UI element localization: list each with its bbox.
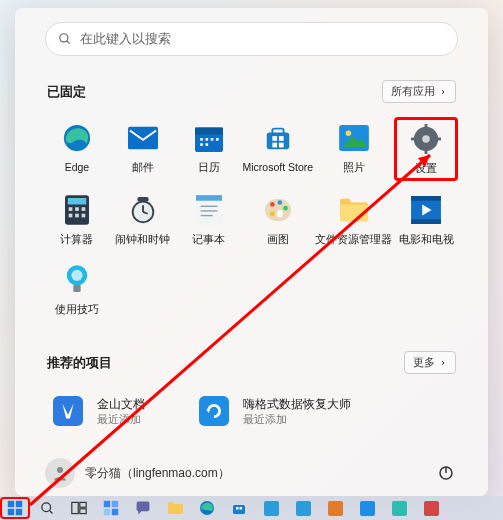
svg-point-0 — [60, 34, 68, 42]
tb-app1[interactable] — [256, 497, 286, 519]
movies-icon — [411, 196, 441, 224]
tile-notepad[interactable]: 记事本 — [177, 189, 241, 251]
svg-rect-28 — [68, 198, 86, 204]
svg-rect-34 — [82, 214, 86, 218]
svg-line-1 — [67, 41, 70, 44]
all-apps-button[interactable]: 所有应用 — [382, 80, 456, 103]
svg-point-62 — [57, 467, 63, 473]
svg-point-50 — [277, 210, 283, 218]
taskview-icon — [71, 501, 87, 515]
tile-store[interactable]: Microsoft Store — [243, 117, 314, 181]
store-icon — [231, 500, 247, 516]
tile-tips[interactable]: 使用技巧 — [45, 259, 109, 321]
widgets-icon — [103, 500, 119, 516]
search-icon — [40, 501, 55, 516]
svg-point-22 — [422, 135, 430, 143]
svg-rect-24 — [425, 148, 428, 154]
tb-chat[interactable] — [128, 497, 158, 519]
svg-rect-6 — [200, 138, 203, 141]
more-button[interactable]: 更多 — [404, 351, 456, 374]
rec-item-recovery[interactable]: 嗨格式数据恢复大师 最近添加 — [191, 388, 357, 434]
rec-sub: 最近添加 — [97, 413, 145, 427]
tile-explorer[interactable]: 文件资源管理器 — [315, 189, 392, 251]
tb-app2[interactable] — [288, 497, 318, 519]
tb-app6[interactable] — [416, 497, 446, 519]
rec-title: 金山文档 — [97, 396, 145, 413]
svg-rect-32 — [69, 214, 73, 218]
pinned-title: 已固定 — [47, 83, 86, 101]
tb-store[interactable] — [224, 497, 254, 519]
tb-start[interactable] — [0, 497, 30, 519]
tb-taskview[interactable] — [64, 497, 94, 519]
tile-label: 电影和电视 — [399, 233, 454, 247]
svg-point-47 — [277, 200, 282, 205]
tb-search[interactable] — [32, 497, 62, 519]
tile-label: 日历 — [198, 161, 220, 175]
svg-rect-81 — [233, 505, 245, 514]
tb-widgets[interactable] — [96, 497, 126, 519]
tile-label: 邮件 — [132, 161, 154, 175]
tb-edge[interactable] — [192, 497, 222, 519]
tb-explorer[interactable] — [160, 497, 190, 519]
svg-rect-76 — [104, 501, 110, 507]
store-icon — [263, 123, 293, 153]
svg-point-49 — [270, 211, 275, 216]
tile-movies[interactable]: 电影和电视 — [394, 189, 458, 251]
svg-rect-67 — [8, 501, 14, 507]
power-button[interactable] — [434, 461, 458, 485]
tile-label: 闹钟和时钟 — [115, 233, 170, 247]
search-input[interactable]: 在此键入以搜索 — [45, 22, 458, 56]
svg-rect-16 — [272, 143, 277, 148]
svg-rect-75 — [80, 509, 86, 514]
chat-icon — [135, 500, 151, 516]
svg-rect-58 — [73, 285, 80, 292]
svg-rect-23 — [425, 124, 428, 130]
svg-rect-83 — [240, 507, 243, 510]
svg-rect-14 — [272, 136, 277, 141]
svg-rect-74 — [80, 502, 86, 507]
wps-icon — [53, 396, 83, 426]
notepad-icon — [196, 195, 222, 225]
folder-icon — [167, 501, 184, 515]
tb-app3[interactable] — [320, 497, 350, 519]
svg-rect-68 — [16, 501, 22, 507]
svg-line-72 — [49, 510, 52, 513]
tile-label: 使用技巧 — [55, 303, 99, 317]
recovery-icon — [199, 396, 229, 426]
windows-icon — [7, 500, 23, 516]
user-name: 零分猫（lingfenmao.com） — [85, 465, 230, 482]
tile-label: 文件资源管理器 — [315, 233, 392, 247]
svg-rect-54 — [411, 219, 441, 224]
tile-mail[interactable]: 邮件 — [111, 117, 175, 181]
tile-settings[interactable]: 设置 — [394, 117, 458, 181]
svg-point-48 — [283, 206, 288, 211]
avatar — [45, 458, 75, 488]
svg-rect-9 — [216, 138, 219, 141]
tile-calculator[interactable]: 计算器 — [45, 189, 109, 251]
svg-rect-73 — [72, 502, 78, 513]
chevron-right-icon — [439, 359, 447, 367]
svg-rect-7 — [205, 138, 208, 141]
svg-rect-17 — [279, 143, 284, 148]
tile-label: 照片 — [343, 161, 365, 175]
user-account[interactable]: 零分猫（lingfenmao.com） — [45, 458, 230, 488]
svg-rect-78 — [104, 509, 110, 515]
tile-edge[interactable]: Edge — [45, 117, 109, 181]
svg-rect-51 — [340, 204, 368, 221]
svg-rect-10 — [200, 143, 203, 146]
svg-point-57 — [71, 270, 82, 281]
tile-paint[interactable]: 画图 — [243, 189, 314, 251]
mail-icon — [128, 126, 158, 150]
tb-app4[interactable] — [352, 497, 382, 519]
rec-item-wps[interactable]: 金山文档 最近添加 — [45, 388, 151, 434]
folder-icon — [338, 197, 370, 223]
svg-rect-25 — [411, 138, 417, 141]
tile-clock[interactable]: 闹钟和时钟 — [111, 189, 175, 251]
svg-rect-60 — [199, 396, 229, 426]
tile-photos[interactable]: 照片 — [315, 117, 392, 181]
tb-app5[interactable] — [384, 497, 414, 519]
bulb-icon — [64, 264, 90, 296]
svg-rect-8 — [210, 138, 213, 141]
tile-calendar[interactable]: 日历 — [177, 117, 241, 181]
search-icon — [58, 32, 72, 46]
